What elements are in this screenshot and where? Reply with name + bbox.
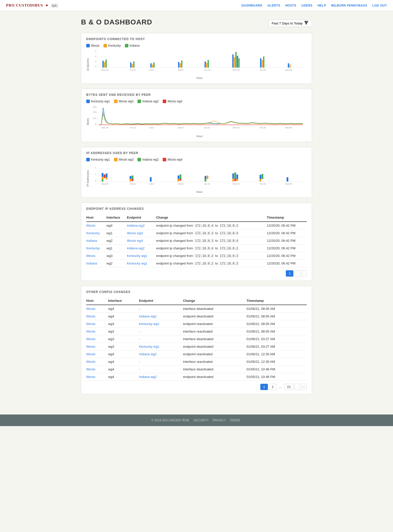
endpoint-link[interactable]: Illinois wg3	[127, 231, 143, 235]
other-changes-panel: OTHER CONFIG CHANGES Host Interface Endp…	[81, 286, 312, 394]
host-link[interactable]: Indiana	[86, 261, 97, 265]
nav-dashboard[interactable]: DASHBOARD	[241, 4, 262, 7]
svg-text:Mon 04: Mon 04	[233, 127, 240, 129]
svg-rect-72	[205, 179, 206, 182]
other-page-2[interactable]: 2	[269, 384, 276, 390]
endpoint-cell: Illinois wg3	[127, 229, 156, 237]
nav-help[interactable]: HELP	[318, 4, 326, 7]
table-row: Illinois wg4 - interface deactivated 01/…	[86, 366, 307, 373]
host-link[interactable]: Illinois	[86, 367, 95, 371]
nav-users[interactable]: USERS	[301, 4, 313, 7]
interface-cell: wg2	[106, 237, 127, 245]
footer-terms[interactable]: TERMS	[230, 419, 240, 422]
date-range-selector[interactable]: Past 7 Days to Today Past 30 Days to Tod…	[268, 18, 312, 27]
endpoints-y-label: Endpoints	[86, 58, 91, 71]
host-cell: Illinois	[86, 335, 108, 343]
endpoint-link[interactable]: Indiana wg2	[127, 224, 145, 227]
nav-alerts[interactable]: ALERTS	[267, 4, 280, 7]
host-link[interactable]: Indiana	[86, 239, 97, 243]
other-next[interactable]: ›	[301, 384, 307, 390]
svg-text:Jan 03: Jan 03	[204, 183, 210, 185]
svg-rect-64	[132, 175, 133, 179]
endpoint-cell: Indiana wg2	[127, 245, 156, 252]
nav-logout[interactable]: LOG OUT	[372, 4, 387, 7]
svg-text:2021: 2021	[149, 69, 154, 71]
host-cell: Illinois	[86, 222, 106, 229]
ip-from: 172.18.0.2	[194, 254, 214, 258]
footer-security[interactable]: SECURITY	[193, 419, 209, 422]
endpoint-cell: Indiana wg2	[139, 313, 183, 320]
other-page-1[interactable]: 1	[260, 384, 268, 390]
svg-text:600k: 600k	[93, 106, 97, 108]
col-timestamp-2: Timestamp	[246, 297, 307, 305]
timestamp-cell: 01/06/21, 12:30 AM	[246, 358, 307, 366]
host-link[interactable]: Illinois	[86, 322, 95, 326]
svg-text:Mon 04: Mon 04	[233, 69, 240, 71]
ipaddr-chart-inner: 4 2 0	[92, 163, 307, 193]
nav-user[interactable]: MILBURN PENNYBAGS	[331, 4, 367, 7]
svg-rect-80	[260, 175, 261, 179]
endpoint-link[interactable]: Indiana wg2	[139, 352, 157, 356]
svg-text:0: 0	[95, 180, 96, 182]
endpoint-link[interactable]: Illinois wg4	[127, 239, 143, 243]
date-range-select[interactable]: Past 7 Days to Today Past 30 Days to Tod…	[268, 20, 312, 27]
ip-page-1[interactable]: 1	[286, 270, 293, 277]
host-cell: Indiana	[86, 260, 106, 267]
ipaddr-chart-panel: IP ADDRESSES USED BY PEER Kentucky wg1 I…	[81, 147, 312, 198]
ip-prev[interactable]: ‹	[294, 270, 300, 277]
other-page-22[interactable]: 22	[284, 384, 293, 390]
host-link[interactable]: Illinois	[86, 254, 95, 258]
host-link[interactable]: Illinois	[86, 337, 95, 341]
host-link[interactable]: Illinois	[86, 314, 95, 318]
host-link[interactable]: Illinois	[86, 224, 95, 227]
endpoint-link[interactable]: Kentucky wg1	[139, 322, 159, 326]
host-cell: Kentucky	[86, 229, 106, 237]
page-header: B & O DASHBOARD Past 7 Days to Today Pas…	[81, 18, 312, 27]
indiana-label: Indiana	[130, 44, 139, 47]
bytes-chart-panel: BYTES SENT AND RECEIVED BY PEER Kentucky…	[81, 89, 312, 142]
host-link[interactable]: Illinois	[86, 352, 95, 356]
host-link[interactable]: Illinois	[86, 307, 95, 311]
svg-rect-56	[102, 173, 103, 177]
host-link[interactable]: Illinois	[86, 345, 95, 348]
endpoints-chart-panel: ENDPOINTS CONNECTED TO HOST Illinois Ken…	[81, 33, 312, 84]
endpoint-link[interactable]: Kentucky wg1	[139, 345, 159, 348]
il-wg4-ip-color	[163, 158, 166, 161]
nav-hosts[interactable]: HOSTS	[285, 4, 296, 7]
bytes-chart: Bytes 600k 400k 200k 0k Wed 30	[86, 105, 307, 138]
ky-wg1-ip-label: Kentucky wg1	[91, 158, 110, 161]
bytes-chart-title: BYTES SENT AND RECEIVED BY PEER	[86, 93, 307, 97]
svg-rect-22	[234, 57, 235, 68]
other-prev[interactable]: ‹	[294, 384, 300, 390]
ip-from: 172.18.0.4	[194, 224, 214, 228]
host-link[interactable]: Kentucky	[86, 231, 100, 235]
interface-cell: wg1	[106, 229, 127, 237]
svg-rect-75	[232, 179, 234, 182]
endpoint-link[interactable]: Indiana wg2	[127, 246, 145, 250]
footer-privacy[interactable]: PRIVACY	[213, 419, 226, 422]
svg-rect-15	[178, 62, 179, 68]
timestamp-cell: 12/20/20, 06:42 PM	[267, 260, 307, 267]
host-link[interactable]: Kentucky	[86, 246, 100, 250]
ipaddr-svg: 4 2 0	[92, 163, 307, 189]
table-row: Illinois wg3 - interface deactivated 01/…	[86, 335, 307, 343]
host-link[interactable]: Illinois	[86, 375, 95, 379]
svg-rect-14	[153, 63, 155, 68]
host-link[interactable]: Illinois	[86, 330, 95, 333]
interface-cell: wg4	[108, 358, 139, 366]
endpoint-link[interactable]: Kentucky wg1	[127, 254, 147, 258]
svg-text:Tue 05: Tue 05	[260, 183, 266, 185]
ip-next[interactable]: ›	[301, 270, 307, 277]
host-link[interactable]: Illinois	[86, 360, 95, 364]
table-row: Illinois wg4 Indiana wg2 endpoint ip cha…	[86, 222, 307, 229]
interface-cell: wg1	[106, 245, 127, 252]
endpoint-link[interactable]: Indiana wg2	[139, 375, 157, 379]
bytes-x-label: Hour	[92, 135, 307, 138]
endpoint-link[interactable]: Kentucky wg1	[127, 261, 147, 265]
legend-in-wg2-ip: Indiana wg2	[137, 158, 159, 161]
endpoint-link[interactable]: Indiana wg2	[139, 314, 157, 318]
ip-to: 172.18.0.3	[219, 261, 239, 265]
il-wg3-label: Illinois wg3	[119, 100, 134, 103]
other-changes-table: Host Interface Endpoint Change Timestamp…	[86, 297, 307, 381]
legend-il-wg4-ip: Illinois wg4	[163, 158, 182, 161]
